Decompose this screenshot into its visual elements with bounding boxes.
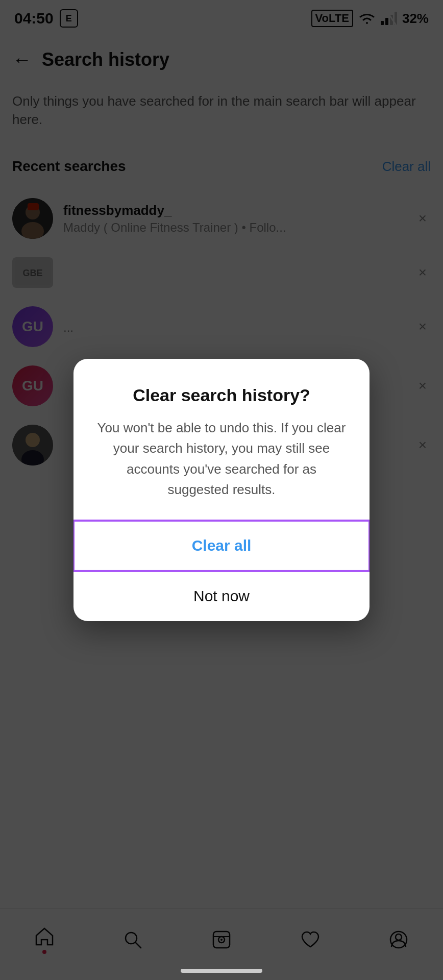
modal-actions: Clear all Not now bbox=[73, 520, 370, 621]
modal-title: Clear search history? bbox=[96, 385, 347, 405]
modal-description: You won't be able to undo this. If you c… bbox=[96, 418, 347, 500]
clear-history-modal: Clear search history? You won't be able … bbox=[73, 359, 370, 621]
gesture-bar bbox=[181, 969, 262, 973]
modal-not-now-button[interactable]: Not now bbox=[73, 571, 370, 621]
modal-clear-button[interactable]: Clear all bbox=[73, 521, 370, 571]
modal-body: Clear search history? You won't be able … bbox=[73, 359, 370, 500]
